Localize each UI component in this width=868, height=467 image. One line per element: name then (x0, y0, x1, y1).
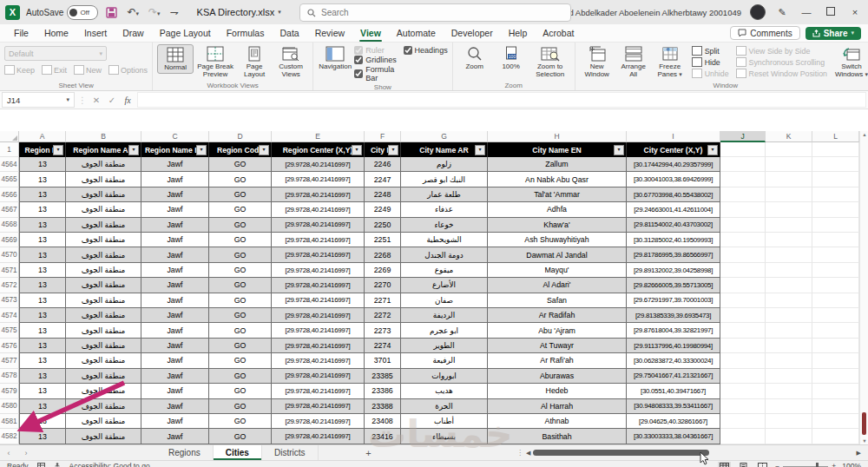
empty-cell[interactable] (812, 233, 859, 247)
cell[interactable]: [29.9728,40.21416997] (272, 247, 365, 262)
tab-review[interactable]: Review (308, 26, 352, 40)
cell[interactable]: 13 (19, 172, 66, 187)
cell[interactable]: منطقة الجوف (66, 429, 141, 444)
tab-split-handle[interactable]: ⋮ (516, 449, 523, 457)
cell[interactable]: ابو عجرم (401, 323, 488, 338)
cell[interactable]: منطقة الجوف (66, 323, 141, 338)
row-header-1[interactable]: 1 (0, 142, 19, 157)
cell[interactable]: طلعة عمار (401, 187, 488, 202)
cell[interactable]: 2274 (365, 339, 401, 353)
cell[interactable]: 13 (19, 263, 66, 278)
column-header-E[interactable]: E (272, 131, 365, 142)
cell[interactable]: الأضارع (401, 278, 488, 293)
cell[interactable]: GO (209, 353, 272, 368)
save-icon[interactable] (104, 7, 119, 18)
sheet-tab-regions[interactable]: Regions (156, 445, 214, 460)
cell[interactable]: دومة الجندل (401, 247, 488, 262)
reset-window-position-button[interactable]: Reset Window Position (736, 69, 827, 78)
column-header-K[interactable]: K (766, 131, 812, 142)
empty-cell[interactable] (766, 323, 812, 338)
filter-button[interactable]: ▾ (614, 145, 624, 155)
table-header-cell[interactable]: Region Name EN▾ (141, 142, 209, 157)
freeze-panes-button[interactable]: ❄ Freeze Panes ▾ (653, 44, 687, 80)
column-header-B[interactable]: B (66, 131, 141, 142)
autosave-switch[interactable]: Off (67, 5, 98, 20)
search-input[interactable]: Search (299, 3, 571, 22)
cell[interactable]: Jawf (141, 429, 209, 444)
cell[interactable]: 13 (19, 187, 66, 202)
cell[interactable]: 2270 (365, 278, 401, 293)
cell[interactable]: هديب (401, 384, 488, 398)
cell[interactable]: 2248 (365, 187, 401, 202)
tab-formulas[interactable]: Formulas (220, 26, 272, 40)
cell[interactable]: منطقة الجوف (66, 353, 141, 368)
cell[interactable]: GO (209, 384, 272, 398)
empty-cell[interactable] (812, 369, 859, 384)
undo-icon[interactable]: ↶▾ (125, 7, 141, 17)
empty-cell[interactable] (766, 187, 812, 202)
cell[interactable]: [30.06283872,40.33300024] (627, 353, 720, 368)
cell[interactable]: Dawmat Al Jandal (488, 247, 627, 262)
cell[interactable]: 13 (19, 429, 66, 444)
cell[interactable]: [29.91137996,40.19980994] (627, 339, 720, 353)
zoom-button[interactable]: Zoom (457, 44, 492, 72)
cell[interactable]: 13 (19, 323, 66, 338)
tab-page-layout[interactable]: Page Layout (153, 26, 218, 40)
empty-cell[interactable] (812, 218, 859, 233)
formula-bar-check-icon[interactable] (354, 69, 363, 78)
row-header-4576[interactable]: 4576 (0, 339, 19, 353)
cell[interactable]: GO (209, 369, 272, 384)
filter-button[interactable]: ▾ (196, 145, 207, 155)
cell[interactable]: [29.9728,40.21416997] (272, 414, 365, 429)
empty-cell[interactable] (720, 247, 766, 262)
column-header-A[interactable]: A (19, 131, 66, 142)
cell[interactable]: GO (209, 202, 272, 217)
column-header-G[interactable]: G (401, 131, 488, 142)
normal-view-button[interactable]: Normal (157, 44, 194, 74)
cell[interactable]: Ar Rafi'ah (488, 353, 627, 368)
cell[interactable]: 13 (19, 293, 66, 308)
add-sheet-button[interactable]: + (358, 445, 379, 460)
cell[interactable]: منطقة الجوف (66, 263, 141, 278)
cell[interactable]: 2249 (365, 202, 401, 217)
empty-cell[interactable] (720, 353, 766, 368)
empty-cell[interactable] (766, 339, 812, 353)
row-header-4566[interactable]: 4566 (0, 187, 19, 202)
cell[interactable]: [29.67291997,39.70001003] (627, 293, 720, 308)
normal-view-toggle[interactable] (718, 462, 731, 467)
cell[interactable]: [29.9728,40.21416997] (272, 202, 365, 217)
horizontal-scrollbar[interactable]: ⋮ ◀ ▶ (516, 445, 861, 460)
horizontal-scroll-thumb[interactable] (533, 450, 709, 456)
empty-cell[interactable] (720, 233, 766, 247)
cell[interactable]: [29.81385339,39.6935473] (627, 308, 720, 323)
cell[interactable]: 2268 (365, 247, 401, 262)
empty-cell[interactable] (766, 172, 812, 187)
cell[interactable]: Jawf (141, 233, 209, 247)
scroll-up-icon[interactable]: ▲ (860, 132, 868, 137)
page-layout-button[interactable]: Page Layout (237, 44, 272, 80)
table-header-cell[interactable]: Region Name AR▾ (66, 142, 141, 157)
tab-draw[interactable]: Draw (115, 26, 151, 40)
cell[interactable]: [29.9728,40.21416997] (272, 263, 365, 278)
share-button[interactable]: Share ▾ (806, 27, 861, 40)
cell[interactable]: [29.82666005,39.55713005] (627, 278, 720, 293)
cell[interactable]: 2247 (365, 172, 401, 187)
cell[interactable]: GO (209, 263, 272, 278)
empty-cell[interactable] (720, 187, 766, 202)
horizontal-scroll-track[interactable] (533, 450, 853, 457)
tab-insert[interactable]: Insert (77, 26, 114, 40)
empty-cell[interactable] (720, 293, 766, 308)
cell[interactable]: [29.9728,40.21416997] (272, 233, 365, 247)
cell[interactable]: GO (209, 399, 272, 414)
cell[interactable]: 13 (19, 308, 66, 323)
cell[interactable]: منطقة الجوف (66, 339, 141, 353)
headings-checkbox[interactable]: Headings (404, 46, 448, 55)
cell[interactable]: GO (209, 187, 272, 202)
cell[interactable]: [29.9728,40.21416997] (272, 429, 365, 444)
row-header-4575[interactable]: 4575 (0, 323, 19, 338)
pen-icon[interactable]: ✎ (774, 7, 790, 18)
empty-cell[interactable] (766, 247, 812, 262)
empty-cell[interactable] (812, 263, 859, 278)
cell[interactable]: [29.9728,40.21416997] (272, 384, 365, 398)
column-header-I[interactable]: I (627, 131, 720, 142)
